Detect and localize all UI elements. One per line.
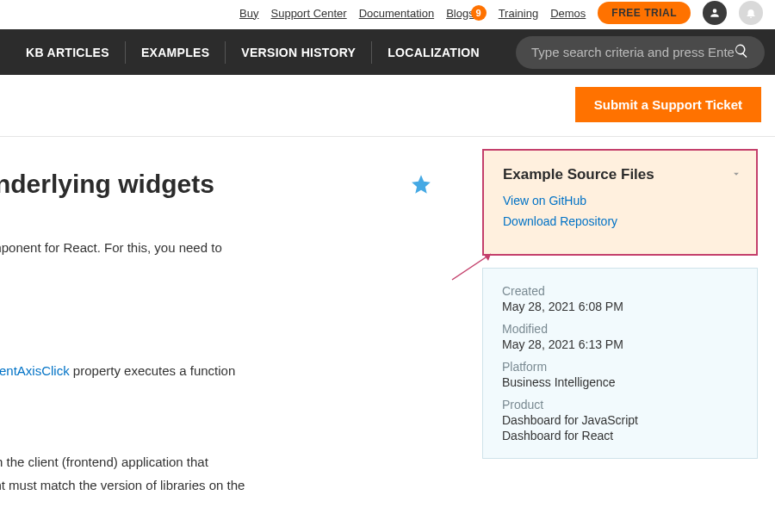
free-trial-button[interactable]: FREE TRIAL xyxy=(598,2,691,24)
api-link[interactable]: onArgumentAxisClick xyxy=(0,363,70,378)
nav-kb-articles[interactable]: KB ARTICLES xyxy=(10,46,125,59)
util-link-training[interactable]: Training xyxy=(499,7,538,20)
chevron-down-icon[interactable] xyxy=(730,168,742,183)
util-link-demos[interactable]: Demos xyxy=(550,7,586,20)
nav-examples[interactable]: EXAMPLES xyxy=(126,46,225,59)
util-link-blogs[interactable]: Blogs xyxy=(446,7,474,20)
search-input[interactable] xyxy=(531,45,734,59)
meta-value: Dashboard for JavaScript xyxy=(502,413,738,427)
search-box[interactable] xyxy=(516,36,765,69)
article-para: oject communicates with the client (fron… xyxy=(0,453,458,473)
search-icon[interactable] xyxy=(734,43,749,62)
source-files-title: Example Source Files xyxy=(503,166,737,183)
main-content: ss API of underlying widgets s in the Da… xyxy=(0,137,775,532)
meta-label: Product xyxy=(502,398,738,411)
meta-value: May 28, 2021 6:08 PM xyxy=(502,300,738,313)
submit-ticket-button[interactable]: Submit a Support Ticket xyxy=(575,87,761,122)
metadata-panel: Created May 28, 2021 6:08 PM Modified Ma… xyxy=(482,268,758,459)
favorite-star-icon[interactable] xyxy=(410,173,432,199)
download-repo-link[interactable]: Download Repository xyxy=(503,214,737,228)
notifications-icon[interactable] xyxy=(739,1,763,25)
meta-label: Platform xyxy=(502,360,738,374)
util-link-support[interactable]: Support Center xyxy=(271,7,347,20)
main-nav: KB ARTICLES EXAMPLES VERSION HISTORY LOC… xyxy=(0,29,775,75)
article-para: nent axis. The onArgumentAxisClick prope… xyxy=(0,362,458,381)
view-github-link[interactable]: View on GitHub xyxy=(503,194,737,207)
meta-value: May 28, 2021 6:13 PM xyxy=(502,337,738,351)
blogs-count-badge: 9 xyxy=(471,5,487,21)
meta-label: Modified xyxy=(502,322,738,336)
article-title: ss API of underlying widgets xyxy=(0,168,458,201)
action-row: Submit a Support Ticket xyxy=(0,75,775,137)
article-column: ss API of underlying widgets s in the Da… xyxy=(0,137,458,532)
util-link-buy[interactable]: Buy xyxy=(239,7,258,20)
article-para: cript version on the client must match t… xyxy=(0,476,458,496)
meta-value: Dashboard for React xyxy=(502,429,738,442)
nav-version-history[interactable]: VERSION HISTORY xyxy=(226,46,371,59)
source-files-panel: Example Source Files View on GitHub Down… xyxy=(482,149,758,256)
account-icon[interactable] xyxy=(703,1,727,25)
sidebar-column: Example Source Files View on GitHub Down… xyxy=(482,137,758,532)
article-para: s point is disabled. xyxy=(0,330,458,350)
util-link-docs[interactable]: Documentation xyxy=(359,7,434,20)
meta-label: Created xyxy=(502,284,738,298)
utility-bar: Buy Support Center Documentation Blogs 9… xyxy=(0,0,775,29)
meta-value: Business Intelligence xyxy=(502,375,738,389)
article-para: s in the Dashboard Component for React. … xyxy=(0,238,458,258)
nav-localization[interactable]: LOCALIZATION xyxy=(372,46,495,59)
